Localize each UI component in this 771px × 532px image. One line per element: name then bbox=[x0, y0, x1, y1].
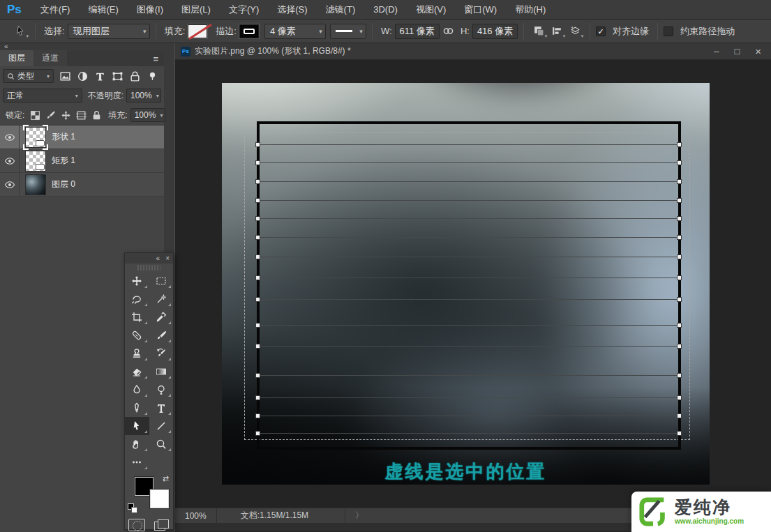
path-anchor-point[interactable] bbox=[677, 344, 682, 349]
maximize-button[interactable]: □ bbox=[734, 45, 740, 59]
path-anchor-point[interactable] bbox=[677, 235, 682, 240]
lasso-tool[interactable] bbox=[125, 290, 149, 308]
path-anchor-point[interactable] bbox=[677, 142, 682, 147]
lock-position-icon[interactable] bbox=[58, 108, 73, 122]
path-anchor-point[interactable] bbox=[255, 254, 260, 259]
line-tool[interactable] bbox=[149, 417, 174, 435]
dodge-tool[interactable] bbox=[149, 381, 174, 399]
stroke-width-dropdown[interactable]: 4 像素▾ bbox=[264, 24, 326, 39]
shape-height-field[interactable]: 416 像素 bbox=[472, 24, 518, 39]
path-anchor-point[interactable] bbox=[255, 142, 260, 147]
layer-visibility-eye-icon[interactable] bbox=[0, 126, 20, 149]
background-color-swatch[interactable] bbox=[150, 489, 169, 508]
menu-item-6[interactable]: 选择(S) bbox=[268, 0, 316, 19]
menu-item-11[interactable]: 帮助(H) bbox=[506, 0, 555, 19]
link-dimensions-icon[interactable] bbox=[440, 23, 458, 40]
canvas[interactable]: 虚线是选中的位置 bbox=[222, 83, 710, 485]
path-anchor-point[interactable] bbox=[255, 323, 260, 328]
menu-item-3[interactable]: 图像(I) bbox=[128, 0, 172, 19]
layer-name[interactable]: 形状 1 bbox=[52, 131, 75, 143]
hand-tool[interactable] bbox=[125, 435, 149, 453]
path-anchor-point[interactable] bbox=[255, 235, 260, 240]
menu-item-2[interactable]: 编辑(E) bbox=[79, 0, 127, 19]
path-arrangement-icon[interactable]: +▾ bbox=[566, 23, 584, 40]
eyedropper-tool[interactable] bbox=[149, 308, 174, 326]
layer-row-1[interactable]: 形状 1 bbox=[0, 126, 164, 149]
menu-item-4[interactable]: 图层(L) bbox=[172, 0, 220, 19]
shape-filter-icon[interactable] bbox=[109, 69, 126, 83]
path-anchor-point[interactable] bbox=[255, 160, 260, 165]
path-anchor-point[interactable] bbox=[677, 323, 682, 328]
gradient-tool[interactable] bbox=[149, 363, 174, 381]
default-colors-icon[interactable] bbox=[128, 503, 137, 513]
type-tool[interactable] bbox=[149, 399, 174, 417]
path-operations-icon[interactable]: ▾ bbox=[530, 23, 548, 40]
layer-name[interactable]: 矩形 1 bbox=[52, 155, 75, 167]
tab-channels[interactable]: 通道 bbox=[33, 50, 67, 66]
blend-mode-dropdown[interactable]: 正常▾ bbox=[3, 89, 82, 102]
layer-thumbnail[interactable] bbox=[25, 151, 46, 172]
move-tool[interactable] bbox=[125, 272, 149, 290]
path-anchor-point[interactable] bbox=[677, 413, 682, 418]
layer-row-2[interactable]: 矩形 1 bbox=[0, 149, 164, 173]
path-anchor-point[interactable] bbox=[255, 179, 260, 184]
layer-visibility-eye-icon[interactable] bbox=[0, 149, 20, 172]
filter-type-dropdown[interactable]: 类型▾ bbox=[3, 69, 54, 83]
shape-width-field[interactable]: 611 像素 bbox=[395, 24, 440, 39]
path-anchor-point[interactable] bbox=[677, 179, 682, 184]
path-anchor-point[interactable] bbox=[255, 395, 260, 400]
path-anchor-point[interactable] bbox=[677, 198, 682, 203]
blur-tool[interactable] bbox=[125, 381, 149, 399]
screen-mode-icon[interactable] bbox=[153, 519, 170, 531]
path-selection-tool[interactable] bbox=[125, 417, 149, 435]
eraser-tool[interactable] bbox=[125, 363, 149, 381]
stroke-style-dropdown[interactable]: ▾ bbox=[330, 24, 366, 39]
adjustment-filter-icon[interactable] bbox=[74, 69, 91, 83]
layer-visibility-eye-icon[interactable] bbox=[0, 173, 20, 196]
align-edges-checkbox[interactable]: ✓ bbox=[596, 26, 606, 36]
swap-colors-icon[interactable]: ⇄ bbox=[163, 474, 169, 483]
tools-close-icon[interactable]: × bbox=[165, 254, 170, 262]
lock-all-icon[interactable] bbox=[89, 108, 104, 122]
path-anchor-point[interactable] bbox=[255, 198, 260, 203]
close-button[interactable]: × bbox=[755, 45, 761, 59]
path-anchor-point[interactable] bbox=[677, 275, 682, 280]
fill-swatch[interactable] bbox=[188, 24, 207, 38]
lock-pixels-icon[interactable] bbox=[43, 108, 58, 122]
opacity-dropdown[interactable]: 100%▾ bbox=[126, 89, 161, 102]
menu-item-1[interactable]: 文件(F) bbox=[31, 0, 80, 19]
menu-item-8[interactable]: 3D(D) bbox=[364, 0, 407, 19]
layer-fill-dropdown[interactable]: 100%▾ bbox=[130, 108, 165, 122]
constrain-path-checkbox[interactable] bbox=[664, 26, 673, 36]
stroke-swatch[interactable] bbox=[239, 24, 259, 38]
path-alignment-icon[interactable]: ▾ bbox=[548, 23, 566, 40]
path-anchor-point[interactable] bbox=[677, 254, 682, 259]
quick-mask-mode-icon[interactable] bbox=[128, 519, 145, 531]
brush-tool[interactable] bbox=[149, 326, 174, 344]
healing-brush-tool[interactable] bbox=[125, 326, 149, 344]
type-filter-icon[interactable] bbox=[91, 69, 109, 83]
menu-item-5[interactable]: 文字(Y) bbox=[220, 0, 268, 19]
select-mode-dropdown[interactable]: 现用图层▾ bbox=[68, 24, 150, 39]
path-anchor-point[interactable] bbox=[677, 431, 682, 436]
smart-object-filter-icon[interactable] bbox=[126, 69, 144, 83]
path-anchor-point[interactable] bbox=[677, 297, 682, 302]
path-anchor-point[interactable] bbox=[677, 160, 682, 165]
clone-stamp-tool[interactable] bbox=[125, 344, 149, 363]
current-tool-icon[interactable]: ▾ bbox=[11, 23, 29, 40]
path-anchor-point[interactable] bbox=[255, 431, 260, 436]
status-options-arrow[interactable]: 〉 bbox=[345, 508, 364, 523]
marquee-tool[interactable] bbox=[149, 272, 174, 290]
path-anchor-point[interactable] bbox=[677, 373, 682, 378]
layer-thumbnail[interactable] bbox=[25, 174, 46, 195]
layer-thumbnail[interactable] bbox=[25, 127, 46, 148]
tab-layers[interactable]: 图层 bbox=[0, 50, 33, 66]
history-brush-tool[interactable] bbox=[149, 344, 174, 363]
menu-item-9[interactable]: 视图(V) bbox=[407, 0, 455, 19]
tools-drag-grip[interactable] bbox=[137, 265, 160, 271]
path-anchor-point[interactable] bbox=[255, 216, 260, 221]
path-anchor-point[interactable] bbox=[255, 344, 260, 349]
path-anchor-point[interactable] bbox=[677, 395, 682, 400]
path-anchor-point[interactable] bbox=[677, 216, 682, 221]
lock-artboard-icon[interactable] bbox=[73, 108, 89, 122]
